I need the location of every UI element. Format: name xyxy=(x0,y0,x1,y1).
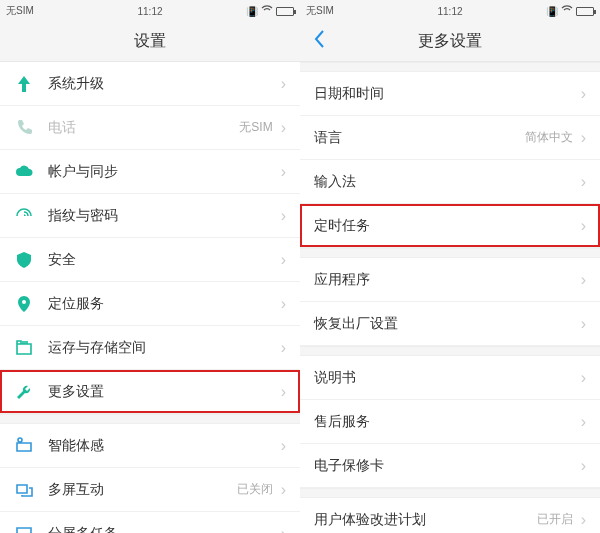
list-item[interactable]: 帐户与同步› xyxy=(0,150,300,194)
split-icon xyxy=(14,524,34,534)
status-time: 11:12 xyxy=(137,6,162,17)
vibrate-icon: 📳 xyxy=(246,6,258,17)
list-item-label: 恢复出厂设置 xyxy=(314,315,581,333)
wifi-icon xyxy=(561,5,573,17)
list-item-label: 应用程序 xyxy=(314,271,581,289)
chevron-right-icon: › xyxy=(581,85,586,103)
chevron-right-icon: › xyxy=(581,173,586,191)
list-item-label: 输入法 xyxy=(314,173,581,191)
chevron-right-icon: › xyxy=(281,481,286,499)
chevron-right-icon: › xyxy=(281,525,286,534)
list-item-label: 安全 xyxy=(48,251,281,269)
more-settings-list: 日期和时间›语言简体中文›输入法›定时任务›应用程序›恢复出厂设置›说明书›售后… xyxy=(300,62,600,533)
chevron-right-icon: › xyxy=(581,315,586,333)
status-right: 📳 xyxy=(246,5,294,17)
list-item[interactable]: 用户体验改进计划已开启› xyxy=(300,498,600,533)
storage-icon xyxy=(14,338,34,358)
list-item[interactable]: 智能体感› xyxy=(0,424,300,468)
section-gap xyxy=(0,414,300,424)
list-item-value: 简体中文 xyxy=(525,129,573,146)
list-item[interactable]: 分屏多任务› xyxy=(0,512,300,533)
upgrade-icon xyxy=(14,74,34,94)
chevron-right-icon: › xyxy=(281,383,286,401)
list-item-label: 分屏多任务 xyxy=(48,525,281,534)
list-item[interactable]: 安全› xyxy=(0,238,300,282)
status-bar: 无SIM 11:12 📳 xyxy=(0,0,300,22)
list-item-label: 定位服务 xyxy=(48,295,281,313)
list-item[interactable]: 更多设置› xyxy=(0,370,300,414)
section-gap xyxy=(300,488,600,498)
chevron-right-icon: › xyxy=(281,295,286,313)
cloud-icon xyxy=(14,162,34,182)
list-item-label: 智能体感 xyxy=(48,437,281,455)
status-bar: 无SIM 11:12 📳 xyxy=(300,0,600,22)
multiscreen-icon xyxy=(14,480,34,500)
chevron-right-icon: › xyxy=(281,251,286,269)
chevron-right-icon: › xyxy=(581,457,586,475)
location-icon xyxy=(14,294,34,314)
list-item[interactable]: 日期和时间› xyxy=(300,72,600,116)
list-item-label: 多屏互动 xyxy=(48,481,237,499)
page-title: 设置 xyxy=(134,31,166,52)
status-sim: 无SIM xyxy=(306,4,334,18)
list-item[interactable]: 多屏互动已关闭› xyxy=(0,468,300,512)
list-item[interactable]: 售后服务› xyxy=(300,400,600,444)
header: 更多设置 xyxy=(300,22,600,62)
chevron-right-icon: › xyxy=(281,163,286,181)
list-item-value: 无SIM xyxy=(239,119,272,136)
list-item-label: 用户体验改进计划 xyxy=(314,511,537,529)
list-item-label: 更多设置 xyxy=(48,383,281,401)
chevron-right-icon: › xyxy=(281,207,286,225)
list-item[interactable]: 电子保修卡› xyxy=(300,444,600,488)
list-item[interactable]: 运存与存储空间› xyxy=(0,326,300,370)
chevron-right-icon: › xyxy=(581,413,586,431)
status-time: 11:12 xyxy=(437,6,462,17)
wifi-icon xyxy=(261,5,273,17)
list-item[interactable]: 定位服务› xyxy=(0,282,300,326)
list-item-label: 定时任务 xyxy=(314,217,581,235)
list-item-label: 帐户与同步 xyxy=(48,163,281,181)
chevron-right-icon: › xyxy=(581,217,586,235)
wrench-icon xyxy=(14,382,34,402)
list-item-label: 指纹与密码 xyxy=(48,207,281,225)
motion-icon xyxy=(14,436,34,456)
chevron-right-icon: › xyxy=(581,271,586,289)
battery-icon xyxy=(576,7,594,16)
settings-screen: 无SIM 11:12 📳 设置 系统升级› 电话无SIM› 帐户与同步› 指纹与… xyxy=(0,0,300,533)
shield-icon xyxy=(14,250,34,270)
list-item-label: 电子保修卡 xyxy=(314,457,581,475)
list-item-label: 系统升级 xyxy=(48,75,281,93)
list-item[interactable]: 恢复出厂设置› xyxy=(300,302,600,346)
list-item[interactable]: 应用程序› xyxy=(300,258,600,302)
chevron-right-icon: › xyxy=(281,119,286,137)
chevron-right-icon: › xyxy=(281,339,286,357)
list-item[interactable]: 语言简体中文› xyxy=(300,116,600,160)
header: 设置 xyxy=(0,22,300,62)
more-settings-screen: 无SIM 11:12 📳 更多设置 日期和时间›语言简体中文›输入法›定时任务›… xyxy=(300,0,600,533)
chevron-right-icon: › xyxy=(581,369,586,387)
status-right: 📳 xyxy=(546,5,594,17)
chevron-right-icon: › xyxy=(281,437,286,455)
vibrate-icon: 📳 xyxy=(546,6,558,17)
list-item-label: 电话 xyxy=(48,119,239,137)
section-gap xyxy=(300,248,600,258)
list-item[interactable]: 定时任务› xyxy=(300,204,600,248)
chevron-right-icon: › xyxy=(581,129,586,147)
chevron-right-icon: › xyxy=(581,511,586,529)
section-gap xyxy=(300,62,600,72)
phone-icon xyxy=(14,118,34,138)
status-sim: 无SIM xyxy=(6,4,34,18)
list-item[interactable]: 电话无SIM› xyxy=(0,106,300,150)
back-button[interactable] xyxy=(312,28,326,56)
page-title: 更多设置 xyxy=(418,31,482,52)
battery-icon xyxy=(276,7,294,16)
list-item-value: 已关闭 xyxy=(237,481,273,498)
fingerprint-icon xyxy=(14,206,34,226)
list-item[interactable]: 系统升级› xyxy=(0,62,300,106)
list-item[interactable]: 说明书› xyxy=(300,356,600,400)
list-item[interactable]: 指纹与密码› xyxy=(0,194,300,238)
list-item[interactable]: 输入法› xyxy=(300,160,600,204)
list-item-label: 运存与存储空间 xyxy=(48,339,281,357)
list-item-label: 语言 xyxy=(314,129,525,147)
list-item-label: 说明书 xyxy=(314,369,581,387)
